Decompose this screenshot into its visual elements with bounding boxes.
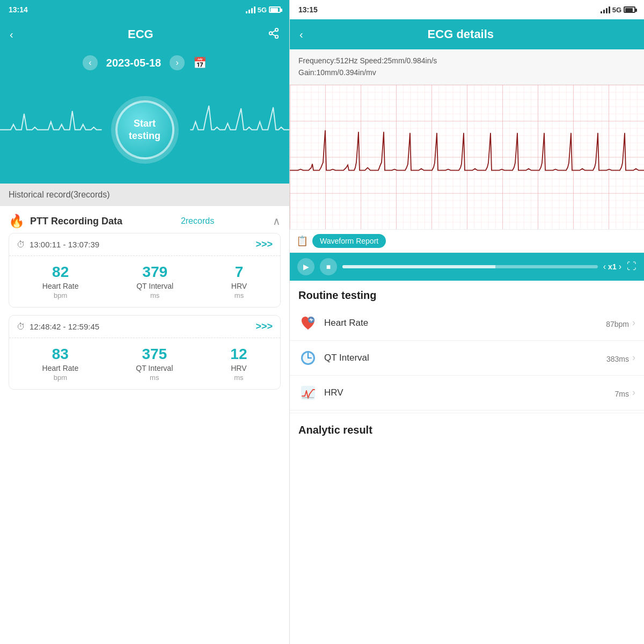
chevron-right-1: >>>	[255, 239, 273, 250]
speed-decrease-button[interactable]: ‹	[603, 262, 606, 272]
historical-label: Historical record(3records)	[9, 190, 110, 199]
network-type-left: 5G	[258, 6, 267, 14]
qt-interval-label: QT Interval	[324, 353, 606, 363]
record-1-time: 13:00:11 - 13:07:39	[30, 240, 99, 249]
record-2-hrv-value: 12	[230, 346, 247, 363]
date-prev-button[interactable]: ‹	[83, 55, 98, 70]
status-time-left: 13:14	[9, 5, 28, 14]
ecg-hero-area: Start testing	[0, 76, 289, 184]
battery-left	[269, 6, 281, 13]
hrv-icon	[298, 383, 318, 402]
app-title-left: ECG	[128, 27, 153, 41]
record-1-heartrate-value: 82	[42, 264, 79, 281]
app-title-right: ECG details	[310, 27, 612, 41]
record-2-heartrate-value: 83	[42, 346, 79, 363]
record-1-stats: 82 Heart Rate bpm 379 QT Interval ms 7 H…	[9, 256, 280, 307]
record-2-heartrate-label: Heart Rate	[42, 364, 79, 372]
battery-right	[624, 6, 635, 13]
app-header-right: ‹ ECG details	[290, 19, 644, 49]
date-display: 2023-05-18	[106, 57, 161, 69]
ptt-records-count: 2records	[181, 216, 214, 226]
hrv-label: HRV	[324, 387, 615, 398]
record-1-heartrate-unit: bpm	[42, 291, 79, 299]
playback-controls: ▶ ■ ‹ x1 › ⛶	[290, 253, 644, 281]
record-card-2[interactable]: ⏱ 12:48:42 - 12:59:45 >>> 83 Heart Rate …	[9, 315, 281, 390]
record-1-qt-value: 379	[136, 264, 173, 281]
ptt-icon: 🔥	[9, 214, 25, 229]
app-header-left: ‹ ECG	[0, 19, 289, 49]
hrv-chevron: ›	[632, 387, 635, 398]
share-button[interactable]	[268, 27, 280, 42]
status-time-right: 13:15	[298, 5, 318, 14]
hrv-row[interactable]: HRV 7ms ›	[290, 376, 644, 411]
record-2-heartrate: 83 Heart Rate bpm	[42, 346, 79, 382]
ecg-chart	[290, 85, 644, 230]
playback-progress-bar[interactable]	[342, 265, 598, 268]
qt-interval-icon	[298, 348, 318, 368]
stop-button[interactable]: ■	[320, 258, 337, 275]
record-2-stats: 83 Heart Rate bpm 375 QT Interval ms 12 …	[9, 338, 280, 389]
back-button-right[interactable]: ‹	[299, 28, 303, 41]
date-navigator: ‹ 2023-05-18 › 📅	[0, 49, 289, 76]
qt-interval-chevron: ›	[632, 352, 635, 363]
analytic-result-title: Analytic result	[290, 415, 644, 438]
record-1-heartrate-label: Heart Rate	[42, 282, 79, 290]
speed-increase-button[interactable]: ›	[619, 262, 621, 272]
right-phone: 13:15 5G ‹ ECG details Frequency:512Hz S…	[290, 0, 644, 644]
left-phone: 13:14 5G ‹ ECG ‹ 2023-05-18 › 📅	[0, 0, 290, 644]
routine-testing-title: Routine testing	[290, 281, 644, 306]
record-card-1[interactable]: ⏱ 13:00:11 - 13:07:39 >>> 82 Heart Rate …	[9, 233, 281, 308]
progress-fill	[342, 265, 495, 268]
svg-line-4	[272, 30, 275, 32]
speed-label: x1	[608, 262, 617, 271]
heart-rate-label: Heart Rate	[324, 318, 606, 328]
ecg-params-line2: Gain:10mm/0.394in/mv	[298, 67, 635, 78]
record-1-qt-unit: ms	[136, 291, 173, 299]
record-1-hrv-unit: ms	[231, 291, 247, 299]
record-card-2-header: ⏱ 12:48:42 - 12:59:45 >>>	[9, 316, 280, 338]
status-bar-left: 13:14 5G	[0, 0, 289, 19]
record-2-qt-value: 375	[136, 346, 173, 363]
report-icon: 📋	[296, 235, 308, 247]
qt-interval-value: 383ms	[606, 351, 629, 365]
heart-rate-row[interactable]: Heart Rate 87bpm ›	[290, 306, 644, 341]
heart-rate-value: 87bpm	[606, 316, 629, 330]
hrv-value: 7ms	[615, 386, 629, 400]
ecg-chart-svg	[290, 85, 644, 229]
svg-point-0	[275, 28, 279, 31]
heart-rate-icon	[298, 313, 318, 333]
record-1-hrv: 7 HRV ms	[231, 264, 247, 299]
calendar-icon[interactable]: 📅	[193, 56, 207, 69]
play-button[interactable]: ▶	[297, 258, 314, 275]
record-1-hrv-label: HRV	[231, 282, 247, 290]
date-next-button[interactable]: ›	[170, 55, 185, 70]
clock-icon-2: ⏱	[17, 322, 25, 332]
qt-interval-row[interactable]: QT Interval 383ms ›	[290, 341, 644, 376]
ptt-title: PTT Recording Data	[30, 216, 122, 227]
ecg-parameters: Frequency:512Hz Speed:25mm/0.984in/s Gai…	[290, 49, 644, 85]
ecg-params-line1: Frequency:512Hz Speed:25mm/0.984in/s	[298, 55, 635, 67]
clock-icon-1: ⏱	[17, 240, 25, 250]
fullscreen-button[interactable]: ⛶	[627, 261, 636, 272]
record-2-time: 12:48:42 - 12:59:45	[30, 322, 99, 331]
record-1-hrv-value: 7	[231, 264, 247, 281]
svg-point-1	[269, 32, 273, 35]
back-button-left[interactable]: ‹	[10, 28, 13, 41]
start-testing-button[interactable]: Start testing	[115, 100, 174, 159]
collapse-button[interactable]: ∧	[273, 215, 281, 228]
svg-line-3	[272, 34, 275, 36]
speed-control: ‹ x1 ›	[603, 262, 621, 272]
svg-point-2	[275, 35, 279, 38]
record-2-heartrate-unit: bpm	[42, 374, 79, 382]
heart-rate-chevron: ›	[632, 317, 635, 328]
record-1-qt: 379 QT Interval ms	[136, 264, 173, 299]
status-bar-right: 13:15 5G	[290, 0, 644, 19]
record-2-qt-label: QT Interval	[136, 364, 173, 372]
record-card-1-header: ⏱ 13:00:11 - 13:07:39 >>>	[9, 233, 280, 256]
record-2-hrv-label: HRV	[230, 364, 247, 372]
record-2-qt-unit: ms	[136, 374, 173, 382]
ptt-section: 🔥 PTT Recording Data 2records ∧ ⏱ 13:00:…	[0, 206, 289, 397]
record-1-heartrate: 82 Heart Rate bpm	[42, 264, 79, 299]
waveform-report-badge[interactable]: Waveform Report	[312, 234, 386, 248]
waveform-badge-row: 📋 Waveform Report	[290, 230, 644, 253]
